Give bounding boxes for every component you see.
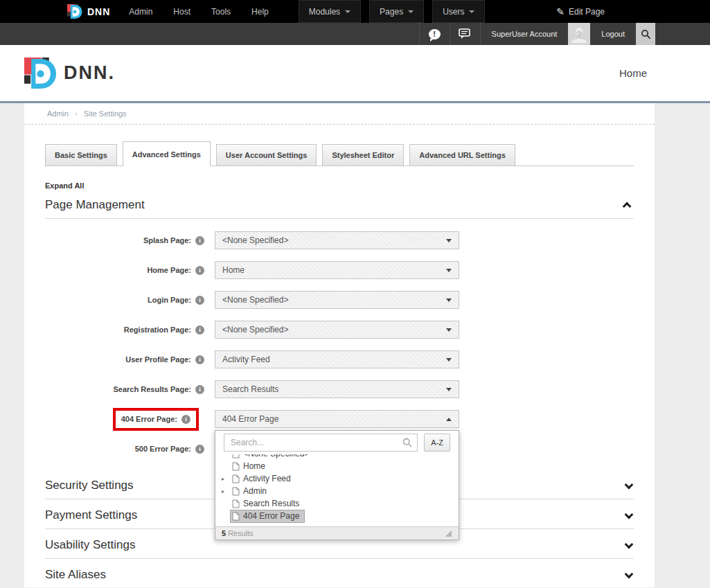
highlight-box: 404 Error Page: i <box>113 408 199 431</box>
caret-down-icon <box>446 358 452 362</box>
field-row-login-page: Login Page: i <None Specified> <box>45 291 634 309</box>
messages-button[interactable] <box>450 23 480 45</box>
list-item-search-results[interactable]: Search Results <box>215 497 459 510</box>
search-results-page-select[interactable]: Search Results <box>215 380 459 398</box>
breadcrumb-admin[interactable]: Admin <box>47 109 69 118</box>
topnav-modules[interactable]: Modules <box>299 0 361 23</box>
results-count: 5 <box>222 529 226 537</box>
dnn-logo-large[interactable]: DNN. <box>24 57 115 89</box>
info-icon[interactable]: i <box>181 415 190 424</box>
topnav: Admin Host Tools Help <box>118 0 278 23</box>
page-icon <box>232 512 240 521</box>
chevron-down-icon <box>625 540 634 549</box>
page-management-form: Splash Page: i <None Specified> Home Pag… <box>45 231 634 458</box>
topnav-admin[interactable]: Admin <box>118 0 163 23</box>
settings-tabs: Basic Settings Advanced Settings User Ac… <box>45 141 634 166</box>
breadcrumb-separator-icon: › <box>75 109 78 118</box>
caret-up-icon <box>446 418 452 421</box>
page-icon <box>232 454 240 458</box>
section-title: Page Management <box>45 198 145 212</box>
site-settings-module: Admin › Site Settings Basic Settings Adv… <box>24 103 655 587</box>
nav-home-link[interactable]: Home <box>619 67 647 79</box>
resize-grip-icon[interactable] <box>444 529 452 537</box>
section-title: Security Settings <box>45 479 134 492</box>
page-icon <box>232 474 240 483</box>
dnn-logo-word: DNN. <box>64 62 115 84</box>
user-silhouette-icon: ? <box>570 25 588 43</box>
info-icon[interactable]: i <box>195 355 204 364</box>
field-label: Login Page: <box>148 296 191 304</box>
topnav-host[interactable]: Host <box>163 0 201 23</box>
info-icon[interactable]: i <box>195 445 204 454</box>
list-item-activity-feed[interactable]: ▸ Activity Feed <box>215 472 459 485</box>
caret-down-icon <box>446 299 452 302</box>
topnav-help[interactable]: Help <box>241 0 279 23</box>
account-link[interactable]: SuperUser Account <box>480 23 569 45</box>
caret-down-icon <box>446 239 452 242</box>
caret-down-icon <box>446 269 452 272</box>
login-page-select[interactable]: <None Specified> <box>215 291 459 309</box>
expander-icon[interactable]: ▸ <box>222 476 231 482</box>
404-error-page-select[interactable]: 404 Error Page <box>215 410 459 428</box>
tab-basic-settings[interactable]: Basic Settings <box>45 144 117 166</box>
user-profile-page-select[interactable]: Activity Feed <box>215 350 459 368</box>
section-title: Payment Settings <box>45 508 137 522</box>
chevron-down-icon <box>625 510 634 519</box>
caret-down-icon <box>345 10 350 13</box>
topnav-dropdowns: Modules Pages Users <box>299 0 486 23</box>
search-input[interactable] <box>224 434 418 452</box>
topnav-tools[interactable]: Tools <box>201 0 241 23</box>
notifications-button[interactable]: ! <box>419 23 450 45</box>
info-icon[interactable]: i <box>195 385 204 394</box>
list-item-home[interactable]: Home <box>215 460 459 472</box>
registration-page-select[interactable]: <None Specified> <box>215 321 459 339</box>
list-item-admin[interactable]: ▸ Admin <box>215 485 459 497</box>
field-label: 404 Error Page: <box>121 415 177 423</box>
list-item-404-error-page[interactable]: 404 Error Page <box>215 510 459 522</box>
breadcrumb-site-settings[interactable]: Site Settings <box>84 109 127 118</box>
section-page-management[interactable]: Page Management <box>45 198 634 219</box>
caret-down-icon <box>446 388 452 391</box>
svg-text:?: ? <box>576 29 582 39</box>
home-page-select[interactable]: Home <box>215 261 459 279</box>
info-icon[interactable]: i <box>195 266 204 275</box>
info-icon[interactable]: i <box>195 326 204 335</box>
user-toolbar: ! SuperUser Account ? Logout <box>0 23 710 45</box>
pencil-icon: ✎ <box>556 6 565 17</box>
sort-az-button[interactable]: A-Z <box>424 434 450 452</box>
chat-icon <box>459 28 472 39</box>
topnav-pages[interactable]: Pages <box>369 0 424 23</box>
avatar[interactable]: ? <box>568 23 590 45</box>
info-icon[interactable]: i <box>195 236 204 245</box>
dnn-logo-icon <box>24 57 57 89</box>
field-label: Splash Page: <box>143 236 191 244</box>
section-title: Site Aliases <box>45 568 106 582</box>
edit-page-button[interactable]: ✎ Edit Page <box>556 0 605 23</box>
field-row-home-page: Home Page: i Home <box>45 261 634 279</box>
field-label: Registration Page: <box>124 326 191 334</box>
tab-advanced-settings[interactable]: Advanced Settings <box>123 141 211 166</box>
dnn-logo-small[interactable]: DNN <box>67 0 110 23</box>
alert-bubble-icon: ! <box>429 29 441 39</box>
section-site-aliases[interactable]: Site Aliases <box>45 559 634 588</box>
dropdown-footer: 5Results <box>215 526 459 540</box>
control-bar: DNN Admin Host Tools Help Modules Pages … <box>0 0 710 23</box>
expand-all-link[interactable]: Expand All <box>45 181 634 190</box>
search-button[interactable] <box>636 23 655 45</box>
chevron-down-icon <box>625 569 634 578</box>
topnav-users[interactable]: Users <box>432 0 485 23</box>
field-row-splash-page: Splash Page: i <None Specified> <box>45 231 634 249</box>
info-icon[interactable]: i <box>195 296 204 305</box>
list-item-none-specified[interactable]: <None Specified> <box>215 454 459 460</box>
tab-advanced-url-settings[interactable]: Advanced URL Settings <box>409 144 515 166</box>
expander-icon[interactable]: ▸ <box>222 488 231 495</box>
results-label: Results <box>228 529 254 537</box>
field-row-user-profile-page: User Profile Page: i Activity Feed <box>45 350 634 368</box>
field-label: Home Page: <box>147 266 191 274</box>
tab-user-account-settings[interactable]: User Account Settings <box>216 144 317 166</box>
caret-down-icon <box>469 10 474 13</box>
field-row-404-error-page: 404 Error Page: i 404 Error Page <box>45 410 634 428</box>
splash-page-select[interactable]: <None Specified> <box>215 231 459 249</box>
tab-stylesheet-editor[interactable]: Stylesheet Editor <box>322 144 404 166</box>
logout-button[interactable]: Logout <box>590 23 636 45</box>
